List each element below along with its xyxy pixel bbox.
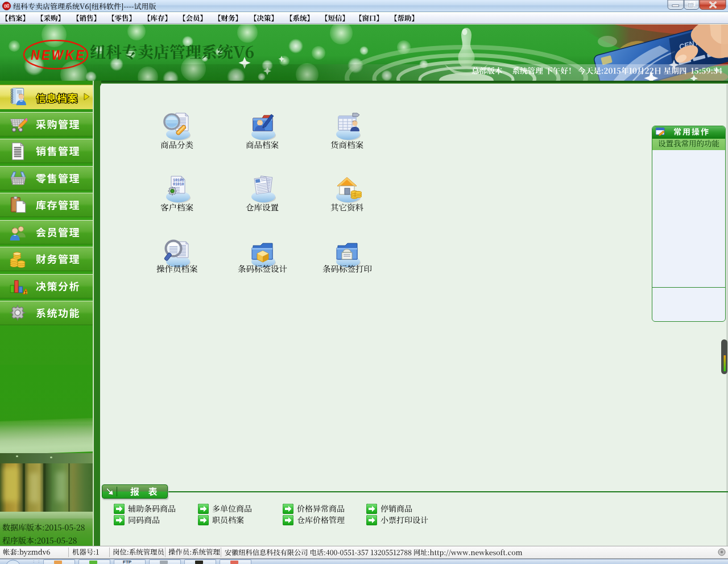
svg-text:10101: 10101	[173, 179, 184, 183]
svg-text:01010: 01010	[173, 183, 184, 186]
